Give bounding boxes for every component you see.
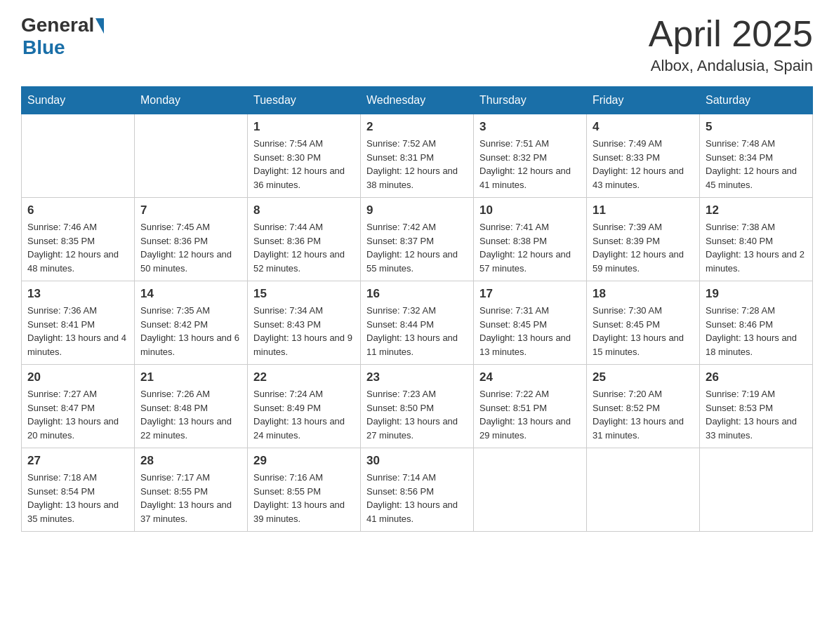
calendar-cell: 4Sunrise: 7:49 AMSunset: 8:33 PMDaylight… — [587, 114, 700, 198]
day-info: Sunrise: 7:30 AMSunset: 8:45 PMDaylight:… — [593, 304, 694, 358]
day-number: 24 — [479, 370, 581, 384]
calendar-cell: 10Sunrise: 7:41 AMSunset: 8:38 PMDayligh… — [474, 198, 587, 281]
day-number: 2 — [366, 120, 468, 134]
calendar-week-row: 13Sunrise: 7:36 AMSunset: 8:41 PMDayligh… — [22, 281, 813, 365]
calendar-cell: 3Sunrise: 7:51 AMSunset: 8:32 PMDaylight… — [474, 114, 587, 198]
calendar-day-header: Sunday — [22, 87, 135, 114]
day-info: Sunrise: 7:52 AMSunset: 8:31 PMDaylight:… — [366, 137, 468, 192]
day-info: Sunrise: 7:22 AMSunset: 8:51 PMDaylight:… — [479, 387, 581, 442]
day-number: 19 — [706, 287, 807, 301]
day-number: 25 — [593, 370, 694, 384]
calendar-cell: 26Sunrise: 7:19 AMSunset: 8:53 PMDayligh… — [700, 365, 813, 448]
day-number: 3 — [479, 120, 581, 134]
calendar-cell: 15Sunrise: 7:34 AMSunset: 8:43 PMDayligh… — [248, 281, 361, 365]
day-number: 17 — [479, 287, 581, 301]
calendar-table: SundayMondayTuesdayWednesdayThursdayFrid… — [21, 86, 813, 532]
day-info: Sunrise: 7:24 AMSunset: 8:49 PMDaylight:… — [253, 387, 355, 442]
day-info: Sunrise: 7:28 AMSunset: 8:46 PMDaylight:… — [706, 304, 807, 358]
calendar-cell: 22Sunrise: 7:24 AMSunset: 8:49 PMDayligh… — [248, 365, 361, 448]
logo-arrow-icon — [95, 18, 104, 34]
day-info: Sunrise: 7:44 AMSunset: 8:36 PMDaylight:… — [253, 220, 355, 275]
day-info: Sunrise: 7:42 AMSunset: 8:37 PMDaylight:… — [366, 220, 468, 275]
calendar-cell: 12Sunrise: 7:38 AMSunset: 8:40 PMDayligh… — [700, 198, 813, 281]
day-number: 28 — [140, 454, 241, 468]
title-block: April 2025 Albox, Andalusia, Spain — [649, 14, 813, 75]
day-number: 18 — [593, 287, 694, 301]
day-info: Sunrise: 7:45 AMSunset: 8:36 PMDaylight:… — [140, 220, 241, 275]
calendar-header-row: SundayMondayTuesdayWednesdayThursdayFrid… — [22, 87, 813, 114]
calendar-cell: 27Sunrise: 7:18 AMSunset: 8:54 PMDayligh… — [22, 448, 135, 532]
day-info: Sunrise: 7:54 AMSunset: 8:30 PMDaylight:… — [253, 137, 355, 192]
day-info: Sunrise: 7:23 AMSunset: 8:50 PMDaylight:… — [366, 387, 468, 442]
day-info: Sunrise: 7:51 AMSunset: 8:32 PMDaylight:… — [479, 137, 581, 192]
calendar-cell: 30Sunrise: 7:14 AMSunset: 8:56 PMDayligh… — [361, 448, 474, 532]
calendar-cell — [22, 114, 135, 198]
calendar-week-row: 20Sunrise: 7:27 AMSunset: 8:47 PMDayligh… — [22, 365, 813, 448]
day-number: 21 — [140, 370, 241, 384]
calendar-day-header: Wednesday — [361, 87, 474, 114]
calendar-cell: 29Sunrise: 7:16 AMSunset: 8:55 PMDayligh… — [248, 448, 361, 532]
calendar-cell: 25Sunrise: 7:20 AMSunset: 8:52 PMDayligh… — [587, 365, 700, 448]
calendar-day-header: Tuesday — [248, 87, 361, 114]
day-info: Sunrise: 7:14 AMSunset: 8:56 PMDaylight:… — [366, 471, 468, 525]
calendar-cell: 23Sunrise: 7:23 AMSunset: 8:50 PMDayligh… — [361, 365, 474, 448]
day-number: 6 — [27, 203, 128, 217]
day-info: Sunrise: 7:18 AMSunset: 8:54 PMDaylight:… — [27, 471, 128, 525]
calendar-week-row: 1Sunrise: 7:54 AMSunset: 8:30 PMDaylight… — [22, 114, 813, 198]
day-info: Sunrise: 7:36 AMSunset: 8:41 PMDaylight:… — [27, 304, 128, 358]
day-number: 29 — [253, 454, 355, 468]
calendar-cell: 20Sunrise: 7:27 AMSunset: 8:47 PMDayligh… — [22, 365, 135, 448]
day-info: Sunrise: 7:49 AMSunset: 8:33 PMDaylight:… — [593, 137, 694, 192]
day-number: 22 — [253, 370, 355, 384]
day-number: 8 — [253, 203, 355, 217]
calendar-cell: 9Sunrise: 7:42 AMSunset: 8:37 PMDaylight… — [361, 198, 474, 281]
calendar-cell: 17Sunrise: 7:31 AMSunset: 8:45 PMDayligh… — [474, 281, 587, 365]
day-info: Sunrise: 7:35 AMSunset: 8:42 PMDaylight:… — [140, 304, 241, 358]
calendar-cell — [135, 114, 248, 198]
day-number: 14 — [140, 287, 241, 301]
calendar-cell: 19Sunrise: 7:28 AMSunset: 8:46 PMDayligh… — [700, 281, 813, 365]
day-info: Sunrise: 7:16 AMSunset: 8:55 PMDaylight:… — [253, 471, 355, 525]
logo: General Blue — [21, 14, 104, 59]
day-number: 20 — [27, 370, 128, 384]
day-info: Sunrise: 7:19 AMSunset: 8:53 PMDaylight:… — [706, 387, 807, 442]
day-info: Sunrise: 7:41 AMSunset: 8:38 PMDaylight:… — [479, 220, 581, 275]
page-title: April 2025 — [649, 14, 813, 54]
calendar-cell: 18Sunrise: 7:30 AMSunset: 8:45 PMDayligh… — [587, 281, 700, 365]
day-number: 13 — [27, 287, 128, 301]
page-header: General Blue April 2025 Albox, Andalusia… — [21, 14, 813, 75]
day-number: 23 — [366, 370, 468, 384]
calendar-cell: 13Sunrise: 7:36 AMSunset: 8:41 PMDayligh… — [22, 281, 135, 365]
calendar-day-header: Saturday — [700, 87, 813, 114]
day-number: 26 — [706, 370, 807, 384]
day-number: 16 — [366, 287, 468, 301]
calendar-day-header: Monday — [135, 87, 248, 114]
day-info: Sunrise: 7:48 AMSunset: 8:34 PMDaylight:… — [706, 137, 807, 192]
calendar-cell: 14Sunrise: 7:35 AMSunset: 8:42 PMDayligh… — [135, 281, 248, 365]
calendar-cell — [700, 448, 813, 532]
calendar-week-row: 27Sunrise: 7:18 AMSunset: 8:54 PMDayligh… — [22, 448, 813, 532]
calendar-cell: 7Sunrise: 7:45 AMSunset: 8:36 PMDaylight… — [135, 198, 248, 281]
day-number: 11 — [593, 203, 694, 217]
calendar-cell: 11Sunrise: 7:39 AMSunset: 8:39 PMDayligh… — [587, 198, 700, 281]
day-info: Sunrise: 7:46 AMSunset: 8:35 PMDaylight:… — [27, 220, 128, 275]
calendar-day-header: Friday — [587, 87, 700, 114]
day-number: 15 — [253, 287, 355, 301]
logo-blue-text: Blue — [22, 36, 65, 59]
day-info: Sunrise: 7:31 AMSunset: 8:45 PMDaylight:… — [479, 304, 581, 358]
day-number: 4 — [593, 120, 694, 134]
day-number: 1 — [253, 120, 355, 134]
calendar-cell: 1Sunrise: 7:54 AMSunset: 8:30 PMDaylight… — [248, 114, 361, 198]
calendar-cell: 21Sunrise: 7:26 AMSunset: 8:48 PMDayligh… — [135, 365, 248, 448]
calendar-cell — [587, 448, 700, 532]
day-number: 30 — [366, 454, 468, 468]
logo-general-text: General — [21, 14, 94, 36]
calendar-cell: 16Sunrise: 7:32 AMSunset: 8:44 PMDayligh… — [361, 281, 474, 365]
calendar-cell: 6Sunrise: 7:46 AMSunset: 8:35 PMDaylight… — [22, 198, 135, 281]
calendar-cell — [474, 448, 587, 532]
day-number: 12 — [706, 203, 807, 217]
calendar-cell: 24Sunrise: 7:22 AMSunset: 8:51 PMDayligh… — [474, 365, 587, 448]
day-number: 7 — [140, 203, 241, 217]
day-number: 10 — [479, 203, 581, 217]
calendar-cell: 2Sunrise: 7:52 AMSunset: 8:31 PMDaylight… — [361, 114, 474, 198]
